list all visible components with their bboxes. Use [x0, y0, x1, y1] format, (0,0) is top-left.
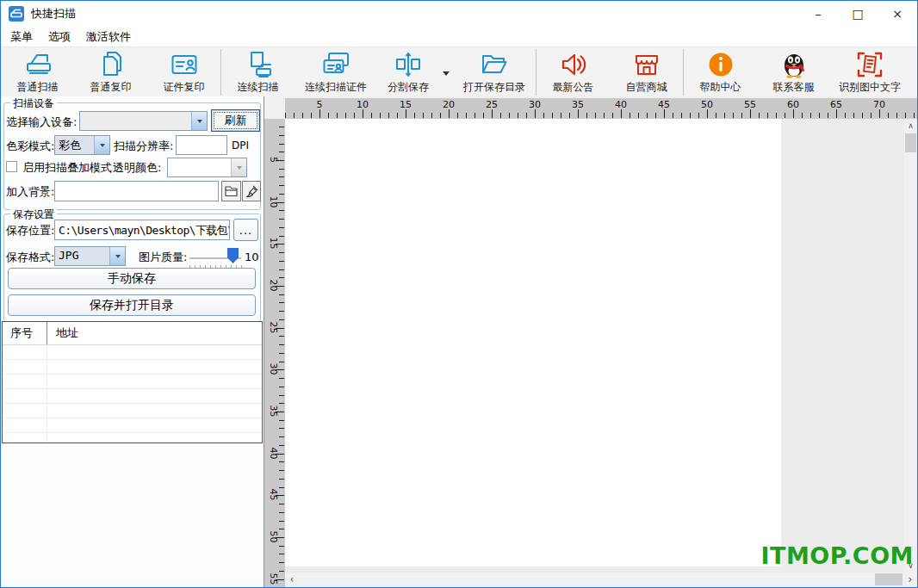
background-clear-button[interactable] [242, 181, 261, 201]
horizontal-scrollbar[interactable]: ‹ › [285, 573, 917, 586]
site-watermark: ITMOP.COM [760, 542, 914, 569]
refresh-button[interactable]: 刷新 [211, 109, 260, 132]
toolbar-label: 帮助中心 [700, 80, 741, 95]
minimize-button[interactable]: – [798, 1, 838, 27]
image-quality-label: 图片质量: [139, 250, 187, 265]
toolbar-ocr[interactable]: 识别图中文字 [830, 47, 909, 97]
app-logo-icon [9, 6, 24, 22]
window-controls: – □ × [798, 1, 917, 27]
quality-value: 10 [245, 251, 259, 263]
transparent-color-label: 透明颜色: [113, 160, 161, 176]
toolbar-label: 打开保存目录 [463, 80, 525, 95]
scan-device-group-title: 扫描设备 [10, 96, 57, 111]
color-mode-label: 色彩模式: [6, 139, 54, 154]
menu-item-menu[interactable]: 菜单 [3, 28, 40, 46]
chevron-down-icon[interactable] [94, 136, 109, 154]
ruler-corner [264, 98, 285, 119]
color-mode-select[interactable]: 彩色 [54, 135, 110, 155]
vertical-scrollbar[interactable]: ∧ ∨ [904, 119, 917, 573]
vertical-scroll-thumb[interactable] [905, 133, 916, 152]
scan-list-body [3, 345, 262, 443]
background-browse-button[interactable] [221, 181, 241, 201]
overlay-mode-checkbox[interactable] [6, 161, 17, 172]
scan-icon [23, 50, 53, 79]
scan-page-canvas [285, 119, 781, 566]
toolbar-label: 证件复印 [164, 80, 205, 95]
table-row [3, 374, 262, 389]
toolbar-open-save-folder[interactable]: 打开保存目录 [453, 47, 536, 97]
browse-location-button[interactable]: ... [233, 219, 258, 241]
table-row [3, 360, 262, 374]
toolbar-continuous-scan[interactable]: 连续扫描 [221, 47, 295, 97]
table-row [3, 345, 262, 360]
save-format-label: 保存格式: [6, 250, 54, 265]
menu-item-activate[interactable]: 激活软件 [78, 28, 139, 46]
toolbar-label: 连续扫描证件 [305, 80, 367, 95]
input-device-value [80, 112, 191, 130]
table-row [3, 418, 262, 433]
save-and-open-button[interactable]: 保存并打开目录 [8, 294, 256, 316]
menu-item-options[interactable]: 选项 [40, 28, 78, 46]
copy-icon [96, 50, 126, 79]
resolution-label: 扫描分辨率: [114, 139, 173, 154]
close-button[interactable]: × [878, 1, 917, 27]
toolbar-split-save[interactable]: 分割保存 [377, 47, 439, 97]
toolbar-label: 最新公告 [553, 80, 594, 95]
manual-save-button[interactable]: 手动保存 [8, 268, 256, 289]
transparent-color-select[interactable] [167, 158, 247, 177]
overlay-mode-label: 启用扫描叠加模式 [22, 160, 112, 176]
maximize-button[interactable]: □ [838, 1, 878, 27]
column-header-index: 序号 [3, 322, 47, 344]
chevron-down-icon [443, 71, 450, 79]
scan-list-table: 序号 地址 [2, 321, 263, 443]
save-settings-group-title: 保存设置 [10, 207, 57, 222]
color-mode-value: 彩色 [55, 136, 94, 154]
horizontal-ruler: 510152025303540455055606570 [285, 98, 917, 119]
toolbar-announcements[interactable]: 最新公告 [537, 47, 610, 97]
menu-bar: 菜单 选项 激活软件 [1, 27, 917, 46]
input-device-select[interactable] [79, 111, 208, 131]
help-info-icon [706, 50, 735, 79]
chevron-down-icon[interactable] [191, 112, 207, 130]
table-row [3, 389, 262, 404]
scroll-up-arrow-icon[interactable]: ∧ [904, 119, 917, 133]
chevron-down-icon[interactable] [231, 158, 246, 176]
chevron-down-icon[interactable] [109, 247, 125, 265]
table-row [3, 404, 262, 418]
background-input[interactable] [54, 181, 219, 201]
toolbar-continuous-id-scan[interactable]: 连续扫描证件 [295, 47, 377, 97]
ocr-text-icon [855, 50, 884, 79]
id-card-copy-icon [170, 50, 199, 79]
toolbar-label: 联系客服 [773, 80, 815, 95]
store-icon [632, 50, 661, 79]
folder-icon [224, 184, 239, 198]
scroll-left-arrow-icon[interactable]: ‹ [285, 573, 299, 586]
continuous-id-scan-icon [321, 50, 350, 79]
toolbar-store[interactable]: 自营商城 [610, 47, 683, 97]
toolbar-label: 普通复印 [90, 80, 132, 95]
brush-icon [245, 184, 259, 199]
toolbar-normal-copy[interactable]: 普通复印 [74, 47, 147, 97]
toolbar-label: 分割保存 [388, 80, 429, 95]
scan-list-header: 序号 地址 [3, 322, 262, 345]
horizontal-scroll-thumb[interactable] [875, 573, 902, 585]
save-format-value: JPG [55, 247, 109, 265]
save-location-input[interactable]: C:\Users\mayn\Desktop\下载包\扫描 [54, 220, 230, 240]
table-row [3, 433, 262, 443]
save-format-select[interactable]: JPG [54, 246, 126, 266]
resolution-input[interactable] [176, 135, 227, 155]
vertical-ruler: 510152025303540455055 [264, 119, 285, 587]
scroll-right-arrow-icon[interactable]: › [903, 573, 917, 586]
open-save-folder-icon [480, 50, 509, 79]
toolbar: 普通扫描 普通复印 证件复印 连续扫描 [1, 46, 917, 98]
save-location-label: 保存位置: [6, 223, 54, 238]
toolbar-label: 连续扫描 [238, 80, 279, 95]
toolbar-contact-service[interactable]: 联系客服 [757, 47, 830, 97]
toolbar-label: 普通扫描 [17, 80, 59, 95]
app-window: 快捷扫描 – □ × 菜单 选项 激活软件 普通扫描 普通复印 [0, 0, 918, 588]
continuous-scan-icon [244, 50, 273, 79]
toolbar-id-copy[interactable]: 证件复印 [147, 47, 220, 97]
toolbar-normal-scan[interactable]: 普通扫描 [1, 47, 74, 97]
split-save-dropdown[interactable] [439, 47, 453, 97]
toolbar-help-center[interactable]: 帮助中心 [684, 47, 757, 97]
